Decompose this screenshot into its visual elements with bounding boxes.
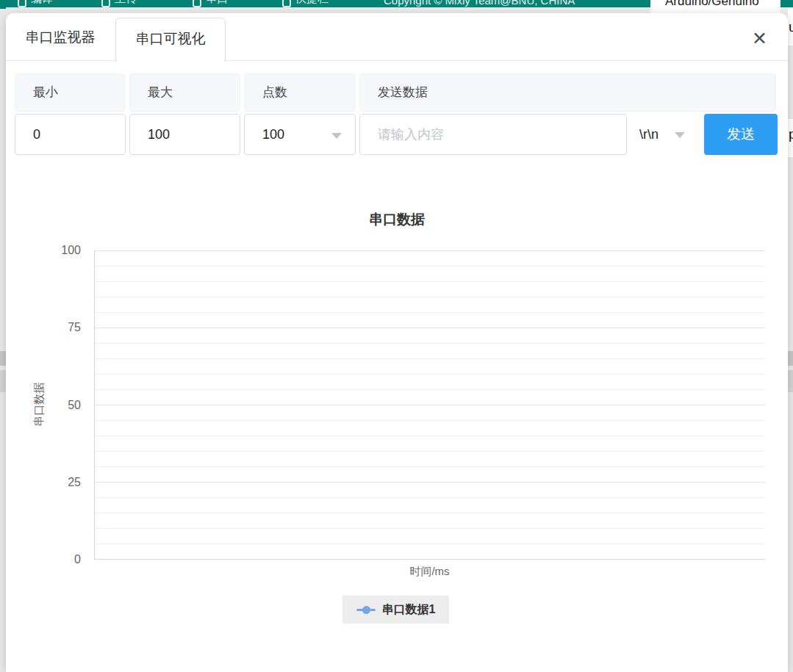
edge-band <box>0 351 6 366</box>
max-input[interactable] <box>129 114 240 155</box>
edge-band <box>0 370 6 392</box>
gridline <box>95 405 765 405</box>
send-button[interactable]: 发送 <box>704 114 778 155</box>
gridline <box>95 497 765 498</box>
gridline <box>95 312 765 313</box>
gridline <box>95 250 765 251</box>
close-icon[interactable]: ✕ <box>752 29 767 48</box>
compile-icon <box>18 0 26 7</box>
gridline <box>95 420 765 421</box>
y-tick-label: 100 <box>43 243 81 258</box>
min-input[interactable] <box>15 114 126 155</box>
tab-bar: 串口监视器 串口可视化 ✕ <box>6 13 788 61</box>
chart-title: 串口数据 <box>6 210 788 229</box>
y-tick-label: 0 <box>43 552 81 567</box>
teal-cap <box>0 0 6 9</box>
toolbar-item-upload[interactable]: 上传 <box>101 0 137 7</box>
y-axis-title: 串口数据 <box>32 383 46 427</box>
gridline <box>95 543 765 544</box>
page-edge-left <box>0 0 6 672</box>
gridline <box>95 389 765 390</box>
line-ending-value: \r\n <box>639 127 659 142</box>
legend-item-series1[interactable]: 串口数据1 <box>342 596 449 624</box>
upload-icon <box>101 0 110 7</box>
board-selector[interactable]: Arduino/Genuino <box>650 0 781 13</box>
clipped-text-p: p <box>789 126 793 142</box>
gridline <box>95 266 765 267</box>
chevron-down-icon <box>331 133 342 139</box>
serial-dialog: 串口监视器 串口可视化 ✕ 最小 最大 点数 发送数据 100 \r\n 发送 … <box>6 13 788 672</box>
gridline <box>95 513 765 513</box>
header-points: 点数 <box>244 73 356 112</box>
x-axis-title: 时间/ms <box>94 565 765 579</box>
quickbar-icon <box>282 0 291 7</box>
gridline <box>95 436 765 436</box>
header-send-data: 发送数据 <box>359 73 776 112</box>
edge-band <box>788 370 793 392</box>
copyright-text: Copyright © Mixly Team@BNU, CHINA <box>384 0 575 7</box>
page-edge-right: u p <box>788 7 793 672</box>
gridline <box>95 374 765 375</box>
gridline <box>95 358 765 359</box>
serial-icon <box>193 0 201 7</box>
toolbar-item-quickbar[interactable]: 快捷栏 <box>282 0 329 7</box>
y-tick-label: 50 <box>43 398 81 413</box>
board-selector-label: Arduino/Genuino <box>665 0 759 9</box>
legend-label: 串口数据1 <box>382 602 436 618</box>
points-select[interactable]: 100 <box>244 114 356 155</box>
gridline <box>95 297 765 297</box>
clipped-text-u: u <box>789 19 793 35</box>
toolbar-item-serial[interactable]: 串口 <box>193 0 228 7</box>
gridline <box>95 451 765 452</box>
header-max: 最大 <box>129 73 240 112</box>
gridline <box>95 528 765 529</box>
tab-serial-monitor[interactable]: 串口监视器 <box>13 13 107 61</box>
plot-area <box>94 250 765 560</box>
line-marker-icon <box>356 605 376 615</box>
header-min: 最小 <box>15 73 126 112</box>
gridline <box>95 466 765 467</box>
tab-serial-visualization[interactable]: 串口可视化 <box>115 18 226 62</box>
y-tick-label: 25 <box>43 475 81 490</box>
edge-band <box>788 351 793 366</box>
chevron-down-icon <box>675 132 685 138</box>
gridline <box>95 482 765 483</box>
gridline <box>95 281 765 282</box>
line-ending-select[interactable]: \r\n <box>627 114 704 155</box>
y-tick-label: 75 <box>43 320 81 335</box>
points-select-value: 100 <box>262 127 284 142</box>
gridline <box>95 328 765 328</box>
toolbar-item-compile[interactable]: 编译 <box>18 0 53 7</box>
send-data-input[interactable] <box>359 114 627 155</box>
gridline <box>95 343 765 344</box>
